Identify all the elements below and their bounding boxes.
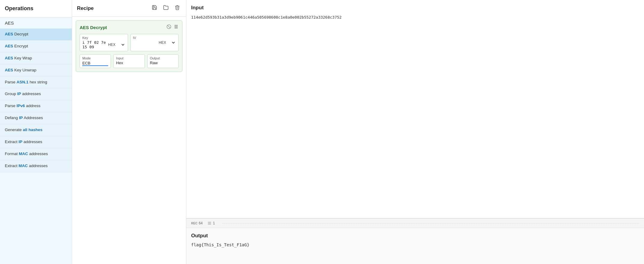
op-bold: AES	[5, 68, 13, 72]
op-suffix: address	[25, 104, 41, 108]
op-item-aes-key-unwrap[interactable]: AES Key Unwrap	[0, 64, 72, 76]
op-item-aes-key-wrap[interactable]: AES Key Wrap	[0, 52, 72, 64]
op-prefix: Parse	[5, 80, 17, 84]
recipe-title: Recipe	[77, 5, 147, 11]
svg-rect-2	[175, 25, 176, 28]
op-item-group-ip[interactable]: Group IP addresses	[0, 88, 72, 100]
output-title: Output	[191, 233, 639, 239]
section-header-aes: AES	[0, 17, 72, 28]
trash-button[interactable]	[173, 4, 181, 12]
mode-input[interactable]	[82, 61, 108, 66]
iv-field: IV HEX UTF8 Base64	[130, 34, 179, 51]
op-item-parse-ipv6[interactable]: Parse IPv6 address	[0, 100, 72, 112]
recipe-header: Recipe	[72, 0, 186, 17]
output-section: Output flag{This_Is_Test_F1aG}	[186, 228, 644, 264]
iv-type-select[interactable]: HEX UTF8 Base64	[157, 40, 176, 45]
op-item-extract-mac[interactable]: Extract MAC addresses	[0, 160, 72, 172]
middle-panel: Recipe AES Decrypt Key	[72, 0, 186, 264]
op-suffix: Encrypt	[13, 44, 28, 48]
op-item-aes-encrypt[interactable]: AES Encrypt	[0, 40, 72, 52]
mode-field: Mode	[80, 54, 111, 68]
input-text[interactable]: 114e62d593b31a3d9eb9061c446a505698608c1e…	[191, 14, 639, 21]
op-item-aes-decrypt[interactable]: AES Decrypt	[0, 28, 72, 40]
input-stats: REC 64 1	[186, 218, 644, 228]
op-suffix: addresses	[28, 152, 48, 156]
op-bold: IPv6	[17, 104, 25, 108]
key-type-select[interactable]: HEX UTF8 Base64	[107, 42, 125, 47]
output-text: flag{This_Is_Test_F1aG}	[191, 242, 639, 247]
op-prefix: Group	[5, 92, 17, 96]
key-value: i 7f 02 7e 15 09	[82, 40, 107, 49]
op-bold: AES	[5, 32, 13, 36]
aes-card-title: AES Decrypt	[80, 25, 107, 30]
disable-button[interactable]	[166, 24, 171, 30]
rec-stat: REC 64	[191, 221, 203, 225]
output-value: Raw	[150, 61, 176, 65]
op-bold: ASN.1	[17, 80, 29, 84]
folder-button[interactable]	[162, 4, 170, 12]
op-suffix: Key Wrap	[13, 56, 32, 60]
save-button[interactable]	[151, 4, 158, 12]
key-type[interactable]: HEX UTF8 Base64	[107, 42, 125, 47]
output-label: Output	[150, 56, 176, 60]
lines-value: 1	[213, 221, 215, 225]
stats-divider	[222, 223, 639, 224]
pause-button[interactable]	[174, 24, 179, 30]
key-iv-row: Key i 7f 02 7e 15 09 HEX UTF8 Base64 IV	[80, 34, 179, 51]
key-label: Key	[82, 36, 125, 40]
svg-line-1	[167, 25, 170, 28]
op-bold: AES	[5, 56, 13, 60]
output-field: Output Raw	[147, 54, 179, 68]
input-label: Input	[116, 56, 142, 60]
op-item-gen-hashes[interactable]: Generate all hashes	[0, 124, 72, 136]
op-suffix: Key Unwrap	[13, 68, 36, 72]
input-section: Input 114e62d593b31a3d9eb9061c446a505698…	[186, 0, 644, 218]
op-prefix: Extract	[5, 140, 19, 144]
op-suffix: Addresses	[23, 116, 43, 120]
mode-label: Mode	[82, 56, 108, 60]
op-item-extract-ip[interactable]: Extract IP addresses	[0, 136, 72, 148]
op-bold: IP	[19, 140, 23, 144]
iv-type[interactable]: HEX UTF8 Base64	[157, 40, 176, 45]
op-bold: MAC	[19, 164, 28, 168]
op-suffix: addresses	[23, 140, 42, 144]
input-field: Input Hex	[113, 54, 145, 68]
rec-label: REC	[191, 222, 197, 225]
op-bold: IP	[17, 92, 21, 96]
right-panel: Input 114e62d593b31a3d9eb9061c446a505698…	[186, 0, 644, 264]
aes-decrypt-card: AES Decrypt Key i 7f 02 7e 15 09 HEX	[76, 20, 182, 72]
op-bold: all hashes	[23, 128, 42, 132]
op-bold: MAC	[19, 152, 28, 156]
op-bold: AES	[5, 44, 13, 48]
op-suffix: Decrypt	[13, 32, 28, 36]
op-prefix: Format	[5, 152, 19, 156]
lines-stat: 1	[207, 221, 215, 225]
left-panel: Operations AES AES DecryptAES EncryptAES…	[0, 0, 72, 264]
aes-card-controls	[166, 24, 179, 30]
op-prefix: Defang	[5, 116, 19, 120]
key-field: Key i 7f 02 7e 15 09 HEX UTF8 Base64	[80, 34, 128, 51]
op-prefix: Parse	[5, 104, 17, 108]
iv-label: IV	[133, 36, 176, 40]
input-value: Hex	[116, 61, 142, 65]
lines-icon	[207, 221, 212, 225]
op-prefix: Extract	[5, 164, 19, 168]
op-item-format-mac[interactable]: Format MAC addresses	[0, 148, 72, 160]
op-item-defang-ip[interactable]: Defang IP Addresses	[0, 112, 72, 124]
panel-title: Operations	[0, 0, 72, 17]
op-list: AES DecryptAES EncryptAES Key WrapAES Ke…	[0, 28, 72, 172]
op-suffix: addresses	[28, 164, 48, 168]
op-item-parse-asn1[interactable]: Parse ASN.1 hex string	[0, 76, 72, 88]
op-suffix: hex string	[29, 80, 47, 84]
input-title: Input	[191, 5, 639, 11]
rec-value: 64	[199, 221, 203, 225]
op-suffix: addresses	[21, 92, 41, 96]
op-prefix: Generate	[5, 128, 23, 132]
op-bold: IP	[19, 116, 23, 120]
mode-input-output-row: Mode Input Hex Output Raw	[80, 54, 179, 68]
svg-rect-3	[176, 25, 177, 28]
